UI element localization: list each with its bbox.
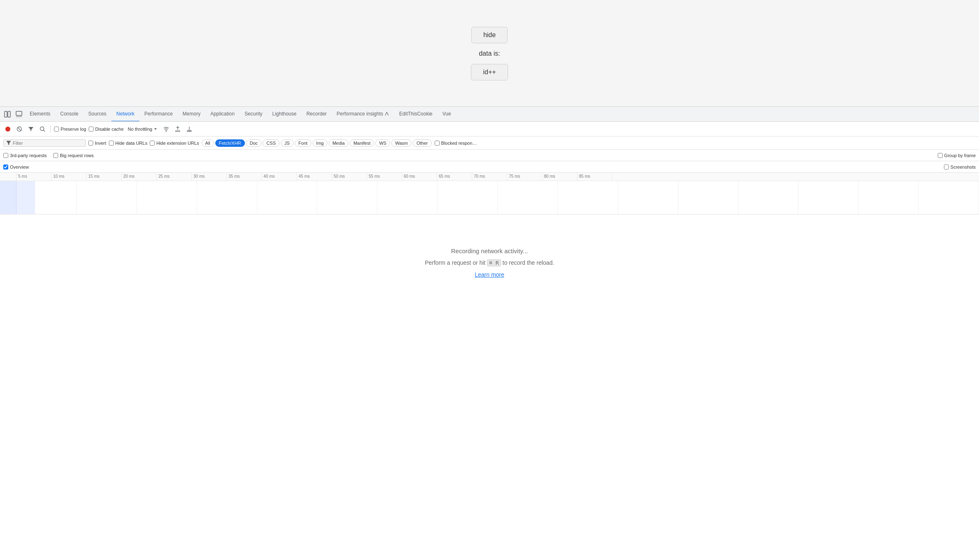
timeline-label-12: 60 ms (402, 173, 437, 181)
options-row-1: 3rd-party requests Big request rows Grou… (0, 150, 979, 161)
options-row-2: Overview Screenshots (0, 161, 979, 173)
filter-js[interactable]: JS (281, 139, 294, 147)
filter-img[interactable]: Img (313, 139, 327, 147)
svg-rect-3 (16, 116, 22, 117)
tab-elements[interactable]: Elements (25, 107, 55, 122)
filter-input[interactable] (13, 141, 71, 146)
timeline-col-6 (317, 181, 377, 214)
filter-manifest[interactable]: Manifest (350, 139, 374, 147)
tab-editthiscookie[interactable]: EditThisCookie (394, 107, 438, 122)
filter-doc[interactable]: Doc (246, 139, 262, 147)
timeline-bars (0, 181, 979, 214)
big-rows-label[interactable]: Big request rows (53, 153, 94, 158)
hide-extension-urls-label[interactable]: Hide extension URLs (150, 141, 199, 146)
tab-memory[interactable]: Memory (178, 107, 205, 122)
preserve-log-checkbox-label[interactable]: Preserve log (54, 127, 86, 132)
hide-data-urls-checkbox[interactable] (109, 141, 114, 146)
timeline-label-14: 70 ms (472, 173, 507, 181)
throttle-select[interactable]: No throttling (126, 126, 159, 132)
devtools-panel: Elements Console Sources Network Perform… (0, 106, 979, 560)
tab-performance-insights[interactable]: Performance insights (332, 107, 394, 122)
timeline-col-11 (618, 181, 678, 214)
timeline-label-2: 10 ms (52, 173, 87, 181)
id-button[interactable]: id++ (471, 64, 508, 80)
screenshots-label[interactable]: Screenshots (944, 165, 976, 169)
tab-vue[interactable]: Vue (438, 107, 456, 122)
hide-button[interactable]: hide (471, 27, 508, 43)
timeline-label-7: 35 ms (227, 173, 262, 181)
third-party-label[interactable]: 3rd-party requests (3, 153, 47, 158)
filter-media[interactable]: Media (329, 139, 348, 147)
filter-all[interactable]: All (202, 139, 214, 147)
timeline-label-3: 15 ms (87, 173, 122, 181)
record-button[interactable] (3, 125, 12, 134)
timeline-col-5 (257, 181, 318, 214)
tab-network[interactable]: Network (111, 107, 139, 122)
timeline-col-3 (137, 181, 197, 214)
timeline-label-8: 40 ms (262, 173, 297, 181)
tab-lighthouse[interactable]: Lighthouse (267, 107, 301, 122)
timeline-col-4 (197, 181, 257, 214)
empty-state: Recording network activity... Perform a … (0, 214, 979, 311)
timeline-col-13 (739, 181, 799, 214)
hide-data-urls-label[interactable]: Hide data URLs (109, 141, 148, 146)
tab-recorder[interactable]: Recorder (301, 107, 332, 122)
blocked-response-label[interactable]: Blocked respon… (435, 139, 477, 147)
svg-rect-2 (16, 111, 22, 115)
third-party-checkbox[interactable] (3, 153, 8, 158)
filter-icon-button[interactable] (26, 125, 35, 134)
filter-font[interactable]: Font (295, 139, 311, 147)
svg-line-8 (44, 130, 45, 132)
search-icon-button[interactable] (38, 125, 47, 134)
timeline-col-15 (859, 181, 919, 214)
options-left: 3rd-party requests Big request rows (3, 153, 94, 158)
upload-icon[interactable] (173, 125, 182, 134)
group-by-frame-checkbox[interactable] (938, 153, 943, 158)
filter-other[interactable]: Other (413, 139, 432, 147)
filter-ws[interactable]: WS (375, 139, 390, 147)
timeline-container: 5 ms 10 ms 15 ms 20 ms 25 ms 30 ms 35 ms… (0, 173, 979, 214)
timeline-label-15: 75 ms (507, 173, 542, 181)
timeline-col-12 (678, 181, 739, 214)
timeline-col-16 (919, 181, 979, 214)
timeline-label-4: 20 ms (122, 173, 157, 181)
clear-button[interactable] (15, 125, 24, 134)
hide-extension-urls-checkbox[interactable] (150, 141, 155, 146)
screenshots-checkbox[interactable] (944, 165, 949, 169)
big-rows-checkbox[interactable] (53, 153, 58, 158)
overview-label[interactable]: Overview (3, 165, 29, 169)
tab-performance[interactable]: Performance (139, 107, 178, 122)
blocked-response-checkbox[interactable] (435, 141, 440, 146)
filter-css[interactable]: CSS (263, 139, 280, 147)
disable-cache-checkbox-label[interactable]: Disable cache (89, 127, 124, 132)
tab-application[interactable]: Application (205, 107, 240, 122)
learn-more-link[interactable]: Learn more (475, 271, 504, 278)
filter-funnel-icon (6, 141, 11, 146)
overview-checkbox[interactable] (3, 165, 8, 169)
preserve-log-checkbox[interactable] (54, 127, 59, 132)
tab-security[interactable]: Security (240, 107, 267, 122)
timeline-highlight (0, 181, 35, 214)
wifi-icon[interactable] (162, 125, 171, 134)
group-by-frame-label[interactable]: Group by frame (938, 153, 976, 158)
timeline-label-1: 5 ms (16, 173, 52, 181)
timeline-label-11: 55 ms (367, 173, 402, 181)
separator-1 (50, 125, 51, 133)
devtools-inspect-icon[interactable] (13, 108, 25, 120)
disable-cache-checkbox[interactable] (89, 127, 94, 132)
devtools-dock-icon[interactable] (2, 108, 13, 120)
timeline-labels: 5 ms 10 ms 15 ms 20 ms 25 ms 30 ms 35 ms… (0, 173, 979, 181)
filter-wasm[interactable]: Wasm (391, 139, 412, 147)
timeline-col-9 (498, 181, 558, 214)
download-icon[interactable] (185, 125, 194, 134)
tab-sources[interactable]: Sources (83, 107, 111, 122)
filter-fetch-xhr[interactable]: Fetch/XHR (215, 139, 245, 147)
invert-checkbox-label[interactable]: Invert (88, 141, 106, 146)
invert-checkbox[interactable] (88, 141, 93, 146)
timeline-label-6: 30 ms (192, 173, 227, 181)
tab-console[interactable]: Console (55, 107, 83, 122)
svg-point-4 (5, 127, 10, 132)
network-toolbar: Preserve log Disable cache No throttling (0, 122, 979, 136)
timeline-label-13: 65 ms (437, 173, 472, 181)
filter-input-wrapper (3, 139, 86, 147)
